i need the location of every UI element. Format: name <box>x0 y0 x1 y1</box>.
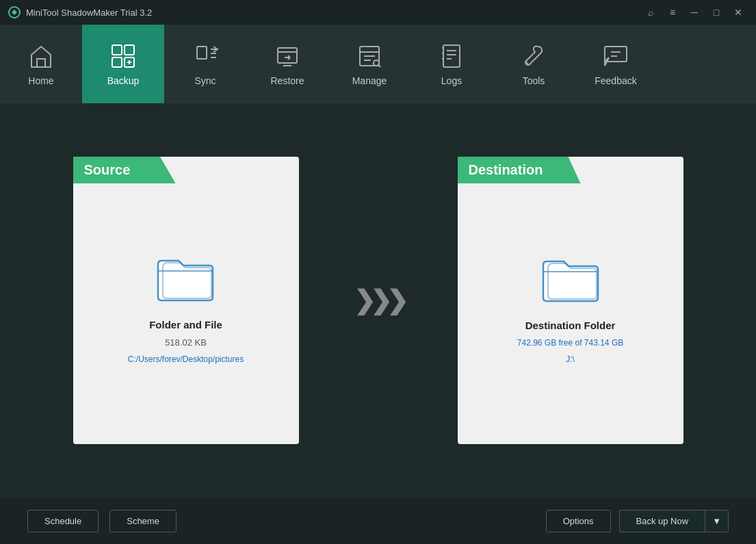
nav-label-home: Home <box>28 75 53 86</box>
nav-item-tools[interactable]: Tools <box>493 25 575 103</box>
backup-icon <box>109 42 137 70</box>
bottom-left: Schedule Scheme <box>27 510 177 532</box>
nav-label-feedback: Feedback <box>595 75 636 86</box>
nav-item-manage[interactable]: Manage <box>328 25 410 103</box>
options-button[interactable]: Options <box>546 510 611 532</box>
svg-rect-3 <box>125 45 134 55</box>
svg-rect-10 <box>443 45 460 67</box>
nav-bar: Home Backup Sync Restore <box>0 25 756 103</box>
nav-item-backup[interactable]: Backup <box>82 25 164 103</box>
source-size: 518.02 KB <box>165 337 207 348</box>
nav-item-sync[interactable]: Sync <box>164 25 246 103</box>
svg-rect-6 <box>197 47 207 59</box>
maximize-button[interactable]: □ <box>707 5 726 20</box>
scheme-button[interactable]: Scheme <box>109 510 177 532</box>
home-icon <box>27 42 55 70</box>
main-content: Source Folder and File 518.02 KB C:/User… <box>0 103 756 497</box>
source-path: C:/Users/forev/Desktop/pictures <box>128 354 244 364</box>
logs-icon <box>438 42 465 70</box>
menu-button[interactable]: ≡ <box>663 5 682 20</box>
source-header: Source <box>73 157 176 183</box>
nav-label-restore: Restore <box>270 75 304 86</box>
backup-now-button[interactable]: Back up Now <box>619 510 705 532</box>
search-button[interactable]: ⌕ <box>641 5 660 20</box>
minimize-button[interactable]: ─ <box>685 5 704 20</box>
title-bar-left: MiniTool ShadowMaker Trial 3.2 <box>8 6 152 18</box>
arrow-section: ❯❯❯ <box>354 285 403 315</box>
destination-card[interactable]: Destination Destination Folder 742.96 GB… <box>458 157 683 444</box>
tools-icon <box>520 42 547 70</box>
app-logo-icon <box>8 6 21 18</box>
destination-header: Destination <box>458 157 581 183</box>
title-bar: MiniTool ShadowMaker Trial 3.2 ⌕ ≡ ─ □ ✕ <box>0 0 756 25</box>
destination-path: J:\ <box>566 354 575 364</box>
svg-rect-2 <box>112 45 122 55</box>
nav-label-backup: Backup <box>107 75 140 86</box>
manage-icon <box>356 42 383 70</box>
source-card[interactable]: Source Folder and File 518.02 KB C:/User… <box>73 157 299 444</box>
schedule-button[interactable]: Schedule <box>27 510 99 532</box>
app-title: MiniTool ShadowMaker Trial 3.2 <box>26 8 152 18</box>
nav-label-sync: Sync <box>194 75 216 86</box>
nav-label-logs: Logs <box>441 75 462 86</box>
svg-rect-7 <box>278 48 297 63</box>
source-folder-icon <box>155 250 216 305</box>
feedback-icon <box>602 42 629 70</box>
nav-item-restore[interactable]: Restore <box>246 25 328 103</box>
backup-dropdown-button[interactable]: ▼ <box>705 510 729 532</box>
bottom-right: Options Back up Now ▼ <box>546 510 729 532</box>
destination-title: Destination Folder <box>525 320 616 331</box>
destination-storage: 742.96 GB free of 743.14 GB <box>517 338 623 348</box>
nav-label-tools: Tools <box>523 75 545 86</box>
close-button[interactable]: ✕ <box>729 5 748 20</box>
restore-icon <box>274 42 301 70</box>
bottom-bar: Schedule Scheme Options Back up Now ▼ <box>0 497 756 544</box>
destination-folder-icon <box>540 251 601 306</box>
title-bar-controls: ⌕ ≡ ─ □ ✕ <box>641 5 748 20</box>
nav-item-home[interactable]: Home <box>0 25 82 103</box>
svg-rect-4 <box>112 57 122 67</box>
nav-item-logs[interactable]: Logs <box>410 25 493 103</box>
destination-body: Destination Folder 742.96 GB free of 743… <box>517 251 623 364</box>
arrows-icon: ❯❯❯ <box>354 285 403 315</box>
nav-label-manage: Manage <box>352 75 387 86</box>
nav-item-feedback[interactable]: Feedback <box>575 25 657 103</box>
svg-rect-1 <box>37 59 45 67</box>
sync-icon <box>192 42 219 70</box>
source-title: Folder and File <box>149 319 222 331</box>
svg-point-9 <box>374 60 379 66</box>
dropdown-arrow-icon: ▼ <box>712 516 721 526</box>
source-body: Folder and File 518.02 KB C:/Users/forev… <box>128 250 244 364</box>
